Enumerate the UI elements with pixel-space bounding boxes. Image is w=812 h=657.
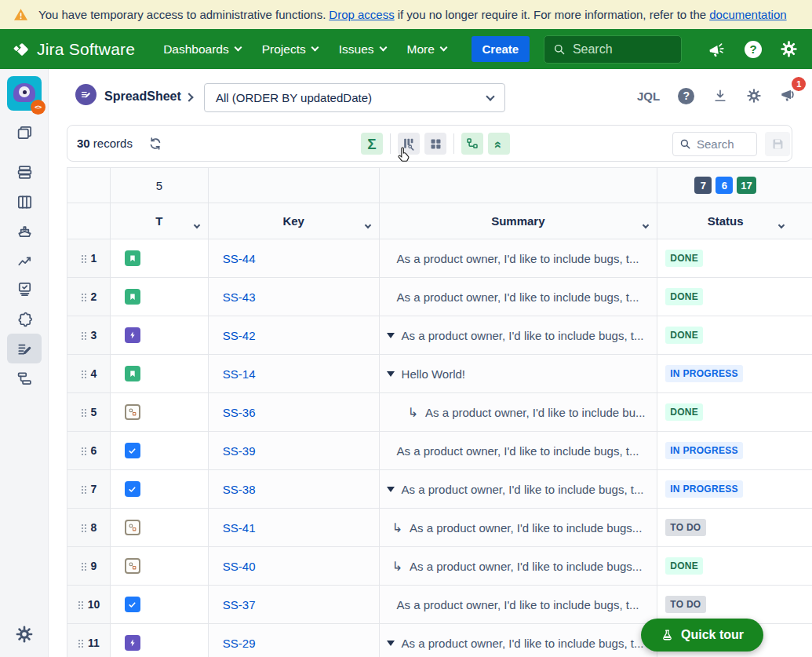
announcements-icon[interactable] [706, 38, 727, 60]
summary-cell[interactable]: As a product owner, I'd like to include … [380, 239, 658, 278]
issue-key-link[interactable]: SS-38 [223, 483, 256, 496]
status-cell[interactable]: IN PROGRESS [657, 355, 812, 393]
view-settings-gear-icon[interactable] [746, 88, 762, 104]
drag-handle[interactable] [81, 485, 86, 494]
drop-access-link[interactable]: Drop access [329, 8, 394, 21]
issue-key-link[interactable]: SS-44 [223, 252, 256, 265]
filter-dropdown[interactable]: All (ORDER BY updatedDate) [204, 83, 505, 112]
summary-cell[interactable]: As a product owner, I'd like to include … [380, 470, 658, 509]
drag-handle[interactable] [81, 331, 86, 340]
type-cell[interactable] [111, 432, 209, 470]
status-cell[interactable]: IN PROGRESS [657, 470, 812, 509]
type-cell[interactable] [111, 316, 209, 355]
sidebar-item-backlog[interactable] [7, 157, 42, 187]
type-cell[interactable] [111, 355, 209, 393]
nav-menu-projects[interactable]: Projects [262, 42, 318, 57]
sidebar-item-issues[interactable] [7, 274, 42, 304]
drag-handle[interactable] [81, 370, 86, 378]
status-cell[interactable]: DONE [657, 393, 812, 432]
type-cell[interactable] [111, 624, 209, 657]
summary-cell[interactable]: As a product owner, I'd like to include … [380, 586, 658, 624]
nav-menu-issues[interactable]: Issues [339, 42, 386, 57]
columns-button[interactable] [398, 133, 420, 155]
drag-handle[interactable] [78, 600, 83, 609]
drag-handle[interactable] [81, 524, 86, 532]
column-header-status[interactable]: Status [657, 203, 812, 239]
type-cell[interactable] [111, 393, 209, 432]
column-header-summary[interactable]: Summary [380, 203, 658, 239]
column-header-key[interactable]: Key [209, 203, 380, 239]
status-cell[interactable]: DONE [657, 278, 812, 316]
issue-key-link[interactable]: SS-39 [223, 444, 256, 458]
summary-cell[interactable]: As a product owner, I'd like to include … [380, 316, 658, 355]
summary-cell[interactable]: As a product owner, I'd like to include … [380, 278, 658, 316]
quick-tour-button[interactable]: Quick tour [641, 619, 763, 652]
issue-key-link[interactable]: SS-36 [223, 406, 256, 419]
type-cell[interactable] [111, 278, 209, 316]
summary-cell[interactable]: ↳As a product owner, I'd like to include… [380, 509, 658, 547]
type-cell[interactable] [111, 509, 209, 547]
jira-logo[interactable]: Jira Software [13, 40, 135, 59]
sidebar-item-board[interactable] [7, 187, 42, 217]
export-download-icon[interactable] [712, 88, 728, 104]
nav-menu-more[interactable]: More [407, 42, 446, 57]
summary-cell[interactable]: Hello World! [380, 355, 658, 393]
status-cell[interactable]: DONE [657, 316, 812, 355]
status-cell[interactable]: DONE [657, 239, 812, 278]
type-cell[interactable] [111, 547, 209, 586]
collapse-all-button[interactable]: « [488, 133, 510, 155]
status-cell[interactable]: IN PROGRESS [657, 432, 812, 470]
issue-key-link[interactable]: SS-14 [223, 367, 256, 381]
spreadsheet-app-avatar[interactable] [75, 84, 96, 105]
project-settings-gear-icon[interactable] [7, 619, 42, 649]
summary-cell[interactable]: As a product owner, I'd like to include … [380, 432, 658, 470]
drag-handle[interactable] [81, 293, 86, 301]
sum-button[interactable]: Σ [361, 133, 383, 155]
issue-key-link[interactable]: SS-41 [223, 521, 256, 535]
column-header-t[interactable]: T [111, 203, 209, 239]
breadcrumb-project-name[interactable]: SpreadSheet [104, 89, 181, 104]
sidebar-item-releases[interactable] [7, 216, 42, 246]
status-cell[interactable]: DONE [657, 547, 812, 586]
status-cell[interactable]: TO DO [657, 509, 812, 547]
issue-key-link[interactable]: SS-29 [223, 637, 256, 650]
refresh-icon[interactable] [147, 136, 163, 151]
tree-button[interactable] [461, 133, 483, 155]
type-cell[interactable] [111, 470, 209, 509]
drag-handle[interactable] [81, 562, 86, 571]
expand-toggle-icon[interactable] [387, 641, 395, 646]
expand-toggle-icon[interactable] [387, 487, 395, 492]
settings-gear-icon[interactable] [780, 40, 798, 58]
expand-toggle-icon[interactable] [387, 333, 395, 338]
issue-key-link[interactable]: SS-37 [223, 598, 256, 611]
issue-key-link[interactable]: SS-40 [223, 560, 256, 573]
help-icon-gray[interactable]: ? [678, 88, 694, 104]
type-cell[interactable] [111, 239, 209, 278]
summary-cell[interactable]: As a product owner, I'd like to include … [380, 624, 658, 657]
nav-menu-dashboards[interactable]: Dashboards [163, 42, 241, 57]
navbar-search-input[interactable]: Search [544, 35, 682, 64]
drag-handle[interactable] [81, 254, 86, 263]
jql-button[interactable]: JQL [637, 89, 660, 103]
sidebar-item-addons[interactable] [7, 305, 42, 334]
project-avatar[interactable]: <> [7, 76, 42, 111]
whats-new-megaphone-icon[interactable]: 1 [780, 85, 799, 107]
drag-handle[interactable] [81, 447, 86, 455]
sidebar-item-reports[interactable] [7, 245, 42, 275]
summary-cell[interactable]: ↳As a product owner, I'd like to include… [380, 547, 658, 586]
table-search-input[interactable]: Search [672, 132, 757, 156]
expand-toggle-icon[interactable] [387, 371, 395, 377]
drag-handle[interactable] [78, 639, 83, 648]
sidebar-item-queues[interactable] [7, 118, 42, 148]
type-cell[interactable] [111, 586, 209, 624]
help-icon[interactable]: ? [745, 41, 762, 58]
issue-key-link[interactable]: SS-43 [223, 290, 256, 304]
create-button[interactable]: Create [472, 36, 530, 62]
sidebar-item-gantt[interactable] [7, 363, 42, 393]
grid-view-button[interactable] [424, 133, 446, 155]
drag-handle[interactable] [81, 408, 86, 417]
sidebar-item-spreadsheet[interactable] [7, 334, 42, 363]
save-button[interactable] [765, 132, 790, 156]
summary-cell[interactable]: ↳As a product owner, I'd like to include… [380, 393, 658, 432]
issue-key-link[interactable]: SS-42 [223, 329, 256, 342]
